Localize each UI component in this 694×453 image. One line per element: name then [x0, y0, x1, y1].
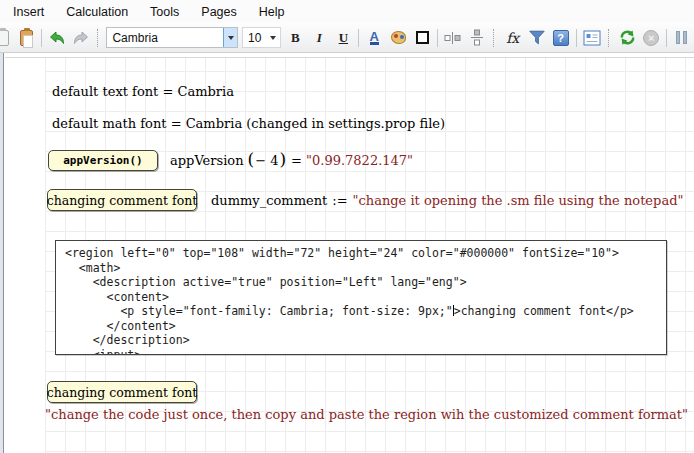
font-size-combo[interactable]: 10 [242, 27, 281, 48]
paste-button[interactable] [15, 26, 37, 50]
footer-note-text[interactable]: "change the code just once, then copy an… [45, 407, 688, 422]
toolbar-separator [41, 29, 42, 47]
recalculate-button[interactable] [616, 26, 638, 50]
underline-button[interactable]: U [332, 26, 354, 50]
toolbar-grip [608, 29, 612, 47]
function-button[interactable]: fx [502, 26, 524, 50]
toolbar-separator [437, 29, 438, 47]
close-paren: ) [279, 149, 286, 169]
align-horizontal-icon [444, 31, 462, 45]
page-left-edge [0, 53, 4, 453]
font-color-button[interactable]: A [363, 26, 385, 50]
stop-button[interactable]: × [640, 26, 662, 50]
menu-pages[interactable]: Pages [190, 2, 247, 22]
toolbar-separator [576, 29, 577, 47]
code-line: </description> [65, 333, 666, 348]
code-line-with-caret: <p style="font-family: Cambria; font-siz… [65, 304, 666, 319]
assign-operator: := [332, 193, 347, 208]
open-paren: ( [248, 149, 255, 169]
appversion-function-name: appVersion [170, 153, 244, 168]
palette-icon [391, 31, 406, 44]
comment-value-string: "change it opening the .sm file using th… [353, 193, 684, 208]
filter-button[interactable] [526, 26, 548, 50]
font-name-dropdown-button[interactable] [223, 28, 237, 47]
pause-button[interactable] [671, 26, 693, 50]
stop-icon: × [643, 30, 659, 46]
menu-insert[interactable]: Insert [2, 2, 55, 22]
comment-font-region-button[interactable]: changing comment font [47, 189, 197, 211]
xml-code-region[interactable]: <region left="0" top="108" width="72" he… [55, 240, 667, 355]
align-vertical-button[interactable] [466, 26, 488, 50]
code-line: <content> [65, 290, 666, 305]
code-line: </content> [65, 319, 666, 334]
font-size-value: 10 [243, 31, 266, 45]
comment-font-region-button-2[interactable]: changing comment font [47, 381, 197, 403]
menu-help[interactable]: Help [248, 2, 296, 22]
appversion-region-button[interactable]: appVersion() [48, 150, 158, 171]
variable-name: dummy_comment [211, 193, 327, 208]
paste-icon [20, 30, 33, 46]
form-list-icon [583, 30, 601, 46]
worksheet-canvas[interactable]: default text font = Cambria default math… [0, 53, 694, 453]
menu-bar: Insert Calculation Tools Pages Help [0, 0, 694, 23]
text-region-default-text-font[interactable]: default text font = Cambria [52, 84, 234, 99]
appversion-argument: − 4 [255, 153, 278, 168]
bold-button[interactable]: B [284, 26, 306, 50]
pause-icon [676, 31, 687, 44]
align-horizontal-button[interactable] [442, 26, 464, 50]
redo-icon [71, 28, 91, 48]
code-line: <region left="0" top="108" width="72" he… [65, 246, 666, 261]
font-size-dropdown-button[interactable] [266, 28, 280, 47]
redo-button[interactable] [70, 26, 92, 50]
toolbar-separator [358, 29, 359, 47]
dummy-comment-math-region[interactable]: dummy_comment := "change it opening the … [211, 188, 683, 212]
reference-button[interactable]: ? [550, 26, 572, 50]
filter-icon [528, 29, 546, 46]
code-line: <input> [65, 348, 666, 356]
menu-tools[interactable]: Tools [139, 2, 190, 22]
undo-button[interactable] [46, 26, 68, 50]
undo-icon [47, 28, 67, 48]
appversion-math-region[interactable]: appVersion ( − 4 ) = "0.99.7822.147" [170, 148, 413, 172]
code-line-pre-caret: <p style="font-family: Cambria; font-siz… [65, 304, 453, 318]
align-vertical-icon [470, 29, 484, 47]
options-form-button[interactable] [581, 26, 603, 50]
font-color-icon: A [370, 31, 379, 45]
border-button[interactable] [411, 26, 433, 50]
question-book-icon: ? [553, 30, 569, 46]
menu-calculation[interactable]: Calculation [55, 2, 139, 22]
border-icon [416, 31, 429, 44]
font-name-combo[interactable]: Cambria [106, 27, 238, 48]
italic-button[interactable]: I [308, 26, 330, 50]
toolbar-grip [97, 29, 101, 47]
code-line: <math> [65, 261, 666, 276]
refresh-icon [618, 28, 637, 47]
copy-button[interactable] [0, 26, 13, 50]
background-color-button[interactable] [387, 26, 409, 50]
chevron-down-icon [228, 36, 234, 40]
function-icon: fx [506, 30, 519, 46]
chevron-down-icon [270, 36, 276, 40]
equals-sign: = [291, 153, 302, 168]
toolbar-separator [666, 29, 667, 47]
appversion-result-string: "0.99.7822.147" [306, 153, 413, 168]
code-line: <description active="true" position="Lef… [65, 275, 666, 290]
toolbar-grip [493, 29, 497, 47]
copy-icon [0, 30, 9, 46]
code-line-post-caret: >changing comment font</p> [454, 304, 634, 318]
text-region-default-math-font[interactable]: default math font = Cambria (changed in … [52, 116, 445, 131]
font-name-value: Cambria [107, 31, 223, 45]
toolbar: Cambria 10 B I U A fx [0, 23, 694, 53]
